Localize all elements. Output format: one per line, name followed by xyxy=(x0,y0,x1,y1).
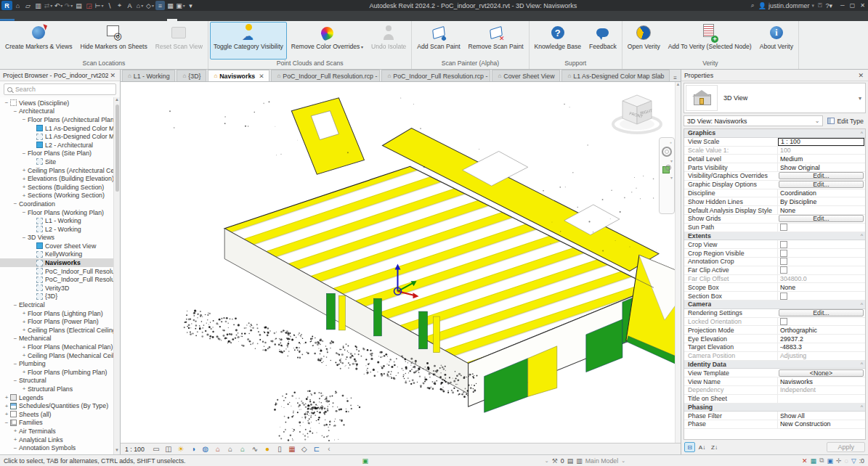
design-options-dropdown-icon[interactable]: ⌄ xyxy=(621,458,625,464)
tree-item[interactable]: Families xyxy=(0,419,113,428)
tree-expander-icon[interactable] xyxy=(12,200,19,207)
property-row[interactable]: Visibility/Graphics Overrides Edit... xyxy=(684,172,865,181)
project-browser-scrollbar[interactable]: ▲ ▼ xyxy=(113,97,120,454)
edit-type-button[interactable]: Edit Type xyxy=(823,118,866,125)
property-row[interactable]: Extents ^ xyxy=(684,232,865,241)
tree-item[interactable]: Cover Sheet View xyxy=(0,242,113,250)
tree-item[interactable]: Elevations (Building Elevation) xyxy=(0,174,113,183)
type-selector[interactable]: 3D View ▾ xyxy=(684,83,866,113)
property-value[interactable] xyxy=(777,266,865,274)
view-control-icon[interactable]: ⌂ xyxy=(213,444,223,454)
property-value[interactable]: None xyxy=(777,206,865,214)
qat-button[interactable]: ↶▾ xyxy=(54,1,63,10)
worksets-dropdown-icon[interactable]: ⌄ xyxy=(545,458,549,464)
property-value[interactable] xyxy=(777,395,865,403)
tree-item[interactable]: PoC_Indoor_Full Resolution.rcp - xyxy=(0,275,113,284)
tree-item[interactable]: Views (Discipline) xyxy=(0,99,113,107)
tree-item[interactable]: Ceiling Plans (Electrical Ceiling Plan) xyxy=(0,326,113,335)
ribbon-button[interactable]: Create Markers & Views xyxy=(1,22,76,60)
property-value[interactable] xyxy=(777,318,865,326)
property-value[interactable]: ^ xyxy=(726,361,865,369)
view-tab[interactable]: ⌂ Cover Sheet View ✕ xyxy=(492,70,560,81)
tree-item[interactable]: L2 - Architectural xyxy=(0,141,113,150)
property-row[interactable]: Detail Level Medium xyxy=(684,155,865,163)
qat-button[interactable]: ⊢▾ xyxy=(94,1,104,10)
property-value[interactable]: Coordination xyxy=(777,189,865,197)
property-row[interactable]: Far Clip Active xyxy=(684,266,865,275)
tree-item[interactable]: Floor Plans (Mechanical Plan) xyxy=(0,343,113,351)
property-row[interactable]: Annotation Crop xyxy=(684,258,865,266)
property-value[interactable]: ^ xyxy=(713,404,865,412)
property-value[interactable] xyxy=(777,224,865,232)
property-value[interactable] xyxy=(777,292,865,300)
property-row[interactable]: Rendering Settings Edit... xyxy=(684,309,865,318)
property-value[interactable]: Orthographic xyxy=(777,326,865,334)
tree-item[interactable]: L2 - Working xyxy=(0,225,113,234)
tree-expander-icon[interactable] xyxy=(12,436,19,443)
qat-button[interactable]: ◲ xyxy=(84,1,94,10)
wheel-dropdown-icon[interactable]: ▾ xyxy=(670,158,674,163)
drawing-area[interactable]: FRONT RIGHT ⚬ ▾ ▾ ▲ xyxy=(121,82,681,443)
view-tab-close-icon[interactable]: ✕ xyxy=(259,73,264,80)
property-row[interactable]: Crop View xyxy=(684,240,865,249)
tree-item[interactable]: L1 As-Designed Color Map Slab xyxy=(0,124,113,133)
tree-expander-icon[interactable] xyxy=(20,369,28,375)
tree-item[interactable]: KellyWorking xyxy=(0,250,113,259)
status-tool-icon[interactable]: ▣ xyxy=(827,457,833,465)
view-control-icon[interactable]: ◫ xyxy=(163,444,174,454)
property-value[interactable]: Independent xyxy=(777,386,865,394)
tree-item[interactable]: Sheets (all) xyxy=(0,410,113,419)
zoom-dropdown-icon[interactable]: ▾ xyxy=(670,175,674,180)
ribbon-button[interactable]: About Verity xyxy=(756,22,797,60)
view-control-icon[interactable]: ▯ xyxy=(275,444,285,454)
property-row[interactable]: Scale Value 1: 100 xyxy=(684,147,865,155)
tree-expander-icon[interactable] xyxy=(12,108,19,115)
view-tab[interactable]: ⌂ PoC_Indoor_Full Resolution.rcp - G... … xyxy=(381,70,490,81)
tree-item[interactable]: Verity3D xyxy=(0,284,113,293)
view-control-icon[interactable]: ∿ xyxy=(250,444,260,454)
tree-expander-icon[interactable] xyxy=(3,394,10,401)
ribbon-button[interactable]: Feedback xyxy=(585,22,620,60)
tree-item[interactable]: L1 As-Designed Color Map Slab ( xyxy=(0,132,113,141)
tree-expander-icon[interactable] xyxy=(20,310,28,316)
view-control-icon[interactable]: ‹ xyxy=(324,444,334,454)
property-row[interactable]: Section Box xyxy=(684,292,865,301)
view-control-icon[interactable]: ☀ xyxy=(176,444,186,454)
view-control-icon[interactable]: ◇ xyxy=(299,444,309,454)
property-value[interactable]: ^ xyxy=(711,232,865,240)
tree-item[interactable]: Ceiling Plans (Mechanical Ceiling Plan) xyxy=(0,351,113,360)
tree-expander-icon[interactable] xyxy=(3,411,10,417)
search-input[interactable]: Search xyxy=(4,83,116,95)
tree-item[interactable]: Legends xyxy=(0,393,113,402)
property-row[interactable]: Show Grids Edit... xyxy=(684,215,865,224)
properties-close-icon[interactable]: ✕ xyxy=(856,72,865,79)
property-row[interactable]: Locked Orientation xyxy=(684,318,865,327)
property-row[interactable]: Scope Box None xyxy=(684,283,865,292)
user-account[interactable]: 👤 justin.dommer ▾ xyxy=(758,2,814,9)
scroll-up-icon[interactable]: ▲ xyxy=(115,97,119,104)
view-tab[interactable]: ⌂ {3D} ✕ xyxy=(177,70,206,81)
property-value[interactable] xyxy=(777,249,865,257)
property-value[interactable]: 304800.0 xyxy=(777,275,865,283)
property-value[interactable]: 29937.2 xyxy=(777,335,865,343)
property-value[interactable] xyxy=(777,240,865,248)
ribbon-button[interactable]: Undo Isolate xyxy=(368,22,410,60)
selection-filter[interactable]: ▽ :0 xyxy=(851,457,864,465)
property-value[interactable]: <None> xyxy=(779,369,864,377)
view-tab[interactable]: ⌂ L1 - Working ✕ xyxy=(122,70,175,81)
type-selector-dropdown-icon[interactable]: ▾ xyxy=(859,95,865,102)
view-control-icon[interactable]: ⊏ xyxy=(312,444,322,454)
ribbon-button[interactable]: Remove Color Overrides xyxy=(288,22,367,60)
status-tool-icon[interactable]: ▦ xyxy=(811,457,817,465)
qat-button[interactable]: ⇄▾ xyxy=(44,1,53,10)
view-tab-overflow-icon[interactable]: ≡ xyxy=(670,75,681,81)
status-tool-icon[interactable]: ◌ xyxy=(845,457,848,465)
tree-item[interactable]: Ceiling Plans (Architectural Ceiling Pla… xyxy=(0,166,113,175)
property-value[interactable]: 100 xyxy=(777,147,865,155)
qat-button[interactable]: ⌂ xyxy=(13,1,23,10)
tree-expander-icon[interactable] xyxy=(12,428,19,434)
steering-wheel-icon[interactable] xyxy=(662,147,672,157)
property-value[interactable]: Show Original xyxy=(777,163,865,171)
navbar-options-icon[interactable]: ⚬ xyxy=(669,140,674,145)
status-tool-icon[interactable]: ✕ xyxy=(802,457,808,465)
